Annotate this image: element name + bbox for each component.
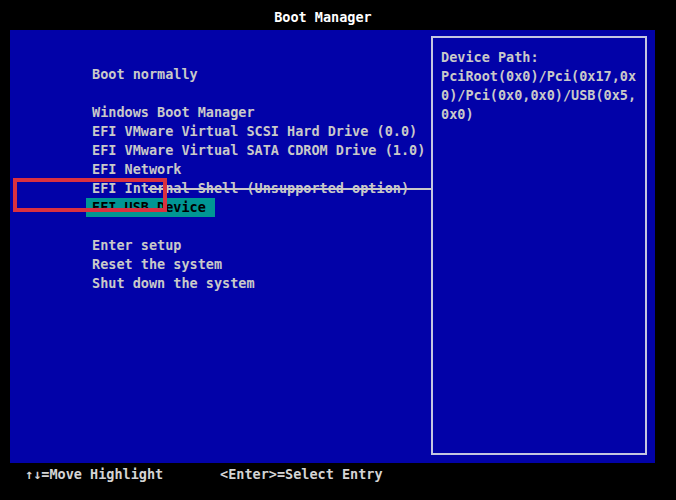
menu-item-boot-normally[interactable]: Boot normally <box>10 46 431 65</box>
main-panel: Boot normally Windows Boot Manager EFI V… <box>10 30 655 463</box>
highlight-connector-line <box>148 188 431 190</box>
menu-item-label: Shut down the system <box>92 274 255 293</box>
footer-hints: ↑↓=Move Highlight <Enter>=Select Entry <box>0 466 676 486</box>
menu-item-efi-network[interactable]: EFI Network <box>10 141 431 160</box>
menu-item-efi-usb-device[interactable]: EFI USB Device <box>10 179 431 198</box>
move-highlight-hint: ↑↓=Move Highlight <box>25 466 163 482</box>
menu-item-label-highlighted: EFI USB Device <box>86 198 215 217</box>
boot-menu: Boot normally Windows Boot Manager EFI V… <box>10 46 431 274</box>
menu-item-reset-system[interactable]: Reset the system <box>10 236 431 255</box>
page-title: Boot Manager <box>0 9 646 25</box>
device-path-line: 0x0) <box>441 105 641 124</box>
menu-item-label: Boot normally <box>92 65 198 84</box>
device-path-panel: Device Path: PciRoot(0x0)/Pci(0x17,0x 0)… <box>431 36 647 455</box>
select-entry-hint: <Enter>=Select Entry <box>220 466 383 482</box>
menu-item-efi-internal-shell[interactable]: EFI Internal Shell (Unsupported option) <box>10 160 431 179</box>
menu-item-efi-sata-cdrom-drive[interactable]: EFI VMware Virtual SATA CDROM Drive (1.0… <box>10 122 431 141</box>
menu-item-windows-boot-manager[interactable]: Windows Boot Manager <box>10 84 431 103</box>
menu-item-enter-setup[interactable]: Enter setup <box>10 217 431 236</box>
menu-item-shutdown-system[interactable]: Shut down the system <box>10 255 431 274</box>
device-path-line: PciRoot(0x0)/Pci(0x17,0x <box>441 67 641 86</box>
device-path-line: 0)/Pci(0x0,0x0)/USB(0x5, <box>441 86 641 105</box>
menu-item-efi-scsi-hard-drive[interactable]: EFI VMware Virtual SCSI Hard Drive (0.0) <box>10 103 431 122</box>
device-path-heading: Device Path: <box>441 48 641 67</box>
boot-manager-screen: Boot Manager Boot normally Windows Boot … <box>0 0 676 500</box>
